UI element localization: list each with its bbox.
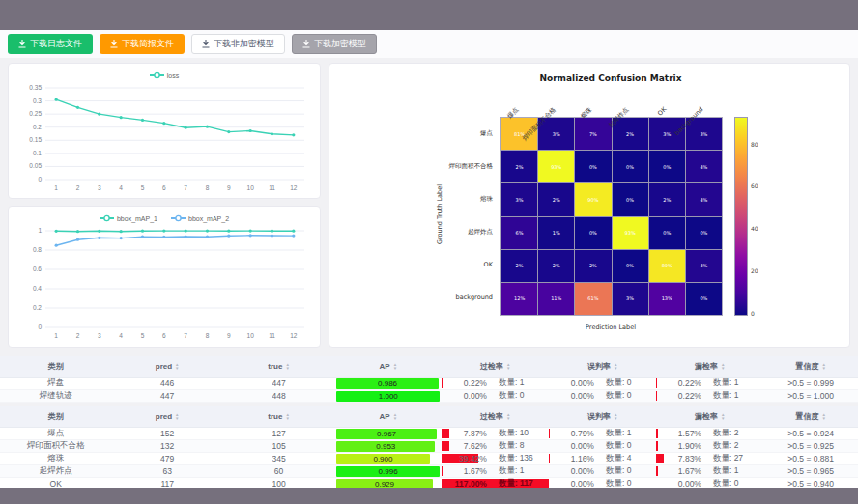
legend-marker-icon xyxy=(171,214,186,222)
svg-text:6: 6 xyxy=(162,332,166,339)
column-header-label: 误判率 xyxy=(587,361,611,372)
column-header-AP[interactable]: AP▲▼ xyxy=(334,406,442,428)
sort-caret-icon[interactable]: ▲▼ xyxy=(506,413,510,420)
rate-percent: 0.00% xyxy=(656,479,701,489)
rate-percent: 0.00% xyxy=(442,391,487,401)
column-header-true[interactable]: true▲▼ xyxy=(223,356,334,378)
legend-marker-icon xyxy=(150,71,164,79)
colorbar-tick-label: 40 xyxy=(751,225,758,232)
download-log-button[interactable]: 下载日志文件 xyxy=(8,34,93,54)
confusion-cell: 2% xyxy=(501,250,537,282)
column-header-pred[interactable]: pred▲▼ xyxy=(111,356,222,378)
svg-text:12: 12 xyxy=(290,332,298,339)
download-report-button[interactable]: 下载简报文件 xyxy=(100,34,185,54)
svg-text:0.25: 0.25 xyxy=(29,110,42,117)
column-header-label: AP xyxy=(380,412,390,421)
confusion-cell: 11% xyxy=(538,283,574,315)
download-icon xyxy=(202,40,210,48)
column-header-漏检率[interactable]: 漏检率▲▼ xyxy=(656,356,763,378)
colorbar-tick-label: 80 xyxy=(751,141,758,148)
sort-caret-icon[interactable]: ▲▼ xyxy=(506,363,510,370)
cell-class: 爆点 xyxy=(0,428,111,440)
legend-item-loss[interactable]: loss xyxy=(150,71,179,79)
rate-quantity: 数量: 0 xyxy=(594,378,656,389)
cell-misjudge-rate: 0.00%数量: 0 xyxy=(549,378,656,390)
confusion-row-label: 起焊炸点 xyxy=(468,228,493,237)
svg-text:8: 8 xyxy=(206,184,210,191)
column-header-label: true xyxy=(268,362,282,371)
confusion-row-label: OK xyxy=(484,261,493,268)
column-header-AP[interactable]: AP▲▼ xyxy=(334,356,442,378)
column-header-类别: 类别 xyxy=(0,356,111,378)
sort-caret-icon[interactable]: ▲▼ xyxy=(285,413,289,420)
column-header-误判率[interactable]: 误判率▲▼ xyxy=(549,406,656,428)
confusion-cell: 7% xyxy=(575,118,611,150)
svg-text:0: 0 xyxy=(38,323,42,330)
column-header-误判率[interactable]: 误判率▲▼ xyxy=(549,356,656,378)
cell-class: 熔珠 xyxy=(0,453,111,465)
svg-text:4: 4 xyxy=(119,332,123,339)
column-header-pred[interactable]: pred▲▼ xyxy=(111,406,222,428)
cell-pred: 152 xyxy=(111,428,222,440)
rate-quantity: 数量: 0 xyxy=(594,465,656,477)
map-chart-plot: 00.20.40.60.81123456789101112 xyxy=(16,225,312,341)
sort-caret-icon[interactable]: ▲▼ xyxy=(285,363,289,370)
sort-caret-icon[interactable]: ▲▼ xyxy=(393,363,397,370)
table-header-row: 类别pred▲▼true▲▼AP▲▼过检率▲▼误判率▲▼漏检率▲▼置信度▲▼ xyxy=(0,356,858,378)
column-header-label: 过检率 xyxy=(480,411,503,422)
column-header-置信度[interactable]: 置信度▲▼ xyxy=(763,356,858,378)
svg-text:0.2: 0.2 xyxy=(33,124,42,130)
cell-true: 105 xyxy=(223,440,334,453)
ap-bar: 0.900 xyxy=(336,454,429,464)
sort-caret-icon[interactable]: ▲▼ xyxy=(821,363,825,370)
confusion-yaxis-label: Ground Truth Label xyxy=(436,166,443,263)
cell-ap: 0.900 xyxy=(334,453,442,465)
sort-caret-icon[interactable]: ▲▼ xyxy=(393,413,397,420)
confusion-row-label: 熔珠 xyxy=(480,195,493,204)
rate-quantity: 数量: 2 xyxy=(701,440,763,452)
rate-quantity: 数量: 27 xyxy=(701,453,763,464)
cell-confidence: >0.5 = 0.881 xyxy=(763,453,858,465)
sort-caret-icon[interactable]: ▲▼ xyxy=(721,413,725,420)
column-header-true[interactable]: true▲▼ xyxy=(223,406,334,428)
table-row: 熔珠4793450.90039.42%数量: 1361.16%数量: 47.83… xyxy=(0,453,858,465)
confusion-cell: 0% xyxy=(649,217,685,249)
sort-caret-icon[interactable]: ▲▼ xyxy=(821,413,825,420)
rate-percent: 1.16% xyxy=(549,454,594,463)
legend-item-bbox_mAP_1[interactable]: bbox_mAP_1 xyxy=(100,214,157,222)
cell-over-rate: 39.42%数量: 136 xyxy=(442,453,549,465)
colorbar-tick-label: 60 xyxy=(751,182,758,189)
download-plain-model-button[interactable]: 下载非加密模型 xyxy=(191,34,285,54)
rate-percent: 1.90% xyxy=(656,441,701,451)
confusion-cell: 0% xyxy=(613,151,648,182)
sort-caret-icon[interactable]: ▲▼ xyxy=(614,413,617,420)
column-header-过检率[interactable]: 过检率▲▼ xyxy=(442,356,549,378)
sort-caret-icon[interactable]: ▲▼ xyxy=(175,413,179,420)
confusion-row-label: background xyxy=(456,294,493,301)
cell-misjudge-rate: 0.00%数量: 0 xyxy=(549,440,656,453)
confusion-cell: 61% xyxy=(575,283,611,315)
svg-text:9: 9 xyxy=(227,184,231,191)
cell-over-rate: 7.62%数量: 8 xyxy=(442,440,549,453)
column-header-过检率[interactable]: 过检率▲▼ xyxy=(442,406,549,428)
download-encrypted-model-button[interactable]: 下载加密模型 xyxy=(292,34,377,54)
sort-caret-icon[interactable]: ▲▼ xyxy=(175,363,179,370)
column-header-漏检率[interactable]: 漏检率▲▼ xyxy=(656,406,763,428)
column-header-label: 漏检率 xyxy=(695,361,718,372)
svg-text:5: 5 xyxy=(141,184,145,191)
legend-item-bbox_mAP_2[interactable]: bbox_mAP_2 xyxy=(171,214,229,222)
svg-text:11: 11 xyxy=(269,184,275,191)
column-header-置信度[interactable]: 置信度▲▼ xyxy=(763,406,858,428)
sort-caret-icon[interactable]: ▲▼ xyxy=(721,363,725,370)
confusion-cell: 0% xyxy=(613,183,648,215)
sort-caret-icon[interactable]: ▲▼ xyxy=(614,363,617,370)
confusion-cell: 93% xyxy=(613,217,648,249)
ap-bar: 0.986 xyxy=(336,378,439,389)
column-header-类别: 类别 xyxy=(0,406,111,428)
cell-ap: 0.967 xyxy=(334,428,442,440)
svg-text:1: 1 xyxy=(54,184,58,191)
confusion-matrix-grid: 81%3%7%2%3%3%2%93%0%0%0%4%3%2%90%0%2%4%6… xyxy=(500,117,723,316)
confusion-cell: 90% xyxy=(575,183,611,215)
confusion-cell: 1% xyxy=(538,217,574,249)
cell-pred: 132 xyxy=(111,440,222,453)
